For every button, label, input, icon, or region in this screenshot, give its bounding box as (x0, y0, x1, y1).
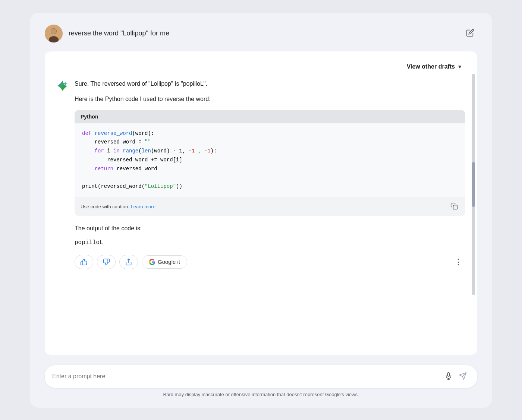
drafts-row: View other drafts ▼ (57, 62, 465, 72)
edit-message-button[interactable] (463, 26, 477, 41)
thumbs-down-button[interactable] (97, 255, 116, 269)
view-other-drafts-button[interactable]: View other drafts ▼ (404, 62, 465, 72)
response-intro: Sure. The reversed word of "Lollipop" is… (75, 79, 465, 89)
code-body: def reverse_word(word): reversed_word = … (75, 123, 465, 198)
code-header: Python (75, 110, 465, 123)
response-content: Sure. The reversed word of "Lollipop" is… (75, 79, 465, 269)
output-label: The output of the code is: (75, 224, 465, 233)
avatar (45, 25, 63, 42)
input-area: Bard may display inaccurate or offensive… (45, 365, 477, 397)
svg-point-5 (51, 28, 57, 34)
code-intro-text: Here is the Python code I used to revers… (75, 94, 465, 104)
response-body: Sure. The reversed word of "Lollipop" is… (57, 79, 465, 269)
chevron-down-icon: ▼ (457, 64, 462, 70)
send-button[interactable] (456, 370, 470, 383)
action-row: Google it ⋮ (75, 255, 465, 269)
learn-more-link[interactable]: Learn more (130, 204, 155, 209)
code-footer: Use code with caution. Learn more (75, 197, 465, 216)
more-icon: ⋮ (454, 257, 462, 266)
user-message-text: reverse the word "Lollipop" for me (69, 29, 457, 37)
scrollbar-track[interactable] (472, 74, 475, 295)
thumbs-up-button[interactable] (75, 255, 93, 269)
code-block: Python def reverse_word(word): reversed_… (75, 110, 465, 217)
svg-rect-6 (453, 205, 457, 209)
chat-container: reverse the word "Lollipop" for me View … (30, 13, 492, 408)
user-message-row: reverse the word "Lollipop" for me (45, 25, 477, 42)
prompt-input[interactable] (52, 373, 441, 380)
microphone-button[interactable] (441, 370, 456, 383)
more-options-button[interactable]: ⋮ (451, 256, 465, 268)
copy-code-button[interactable] (449, 201, 459, 212)
gemini-icon (57, 80, 69, 93)
input-row (45, 365, 477, 388)
output-value: popilloL (75, 238, 465, 252)
disclaimer-text: Bard may display inaccurate or offensive… (163, 392, 359, 397)
scrollbar-thumb (472, 162, 475, 207)
share-button[interactable] (119, 255, 138, 269)
code-caution-text: Use code with caution. Learn more (81, 204, 155, 209)
svg-rect-8 (447, 372, 450, 376)
response-card: View other drafts ▼ (45, 51, 477, 355)
google-it-button[interactable]: Google it (142, 255, 187, 269)
